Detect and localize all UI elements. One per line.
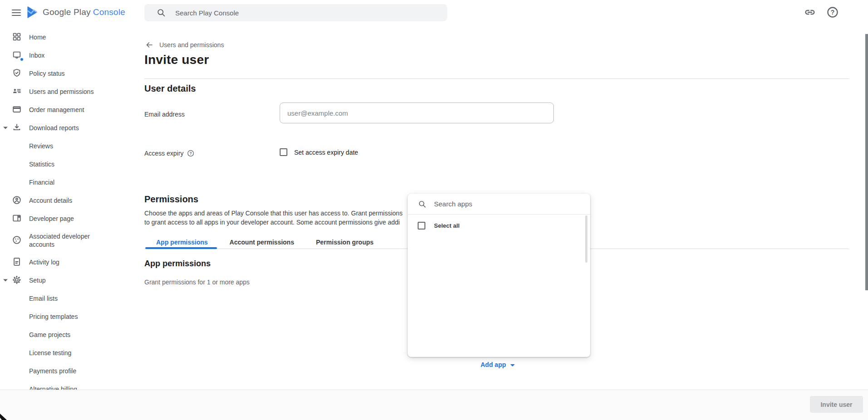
sidebar-item-label: Game projects (29, 331, 70, 339)
set-expiry-checkbox[interactable] (280, 148, 287, 156)
back-arrow-icon[interactable] (145, 41, 153, 49)
sidebar-item-label: Order management (29, 106, 84, 114)
user-details-heading: User details (144, 83, 196, 94)
sidebar-item-label: Setup (29, 276, 46, 284)
sidebar-item-payments-profile[interactable]: Payments profile (0, 362, 144, 380)
logo-brand-text: Google Play (43, 7, 91, 17)
sidebar-item-label: Inbox (29, 51, 44, 59)
sidebar-item-label: Account details (29, 196, 72, 205)
sidebar-item-label: Download reports (29, 124, 79, 132)
sidebar-item-policy-status[interactable]: Policy status (0, 64, 144, 83)
menu-icon[interactable] (11, 7, 22, 18)
circle-dots-icon (12, 235, 23, 246)
sidebar-item-label: Policy status (29, 69, 65, 78)
window-icon (12, 213, 23, 224)
app-picker-search-row[interactable] (408, 194, 590, 215)
sidebar-item-label: Financial (29, 178, 54, 186)
shield-check-icon (12, 68, 23, 79)
sidebar-item-label: Developer page (29, 215, 74, 223)
breadcrumb-label[interactable]: Users and permissions (159, 41, 224, 49)
sidebar-item-home[interactable]: Home (0, 28, 144, 46)
permissions-heading: Permissions (144, 194, 198, 205)
logo-suffix-text: Console (93, 7, 125, 17)
breadcrumb[interactable]: Users and permissions (145, 41, 224, 49)
chevron-down-icon (510, 364, 515, 366)
section-divider (144, 78, 849, 79)
permissions-description-line1: Choose the apps and areas of Play Consol… (144, 209, 403, 218)
play-console-logo[interactable]: Google Play Console (26, 5, 125, 19)
sidebar-item-users-and-permissions[interactable]: Users and permissions (0, 83, 144, 101)
sidebar-item-developer-page[interactable]: Developer page (0, 210, 144, 228)
global-search-bar[interactable] (144, 4, 447, 21)
email-field[interactable] (280, 103, 554, 123)
sidebar-item-label: Activity log (29, 258, 59, 266)
footer-action-bar: Invite user (0, 390, 868, 420)
sidebar-item-game-projects[interactable]: Game projects (0, 326, 144, 344)
sidebar-item-inbox[interactable]: Inbox (0, 46, 144, 64)
app-search-input[interactable] (434, 200, 566, 208)
sidebar-nav: Home Inbox Policy status Users and permi… (0, 28, 144, 398)
inbox-notification-dot (20, 58, 24, 61)
active-tab-indicator (145, 247, 217, 249)
credit-card-icon (12, 104, 23, 115)
logo-text: Google Play Console (43, 7, 125, 17)
permissions-description: Choose the apps and areas of Play Consol… (144, 209, 403, 227)
chevron-down-icon[interactable] (3, 127, 8, 129)
sidebar-item-label: Associated developer accounts (29, 232, 115, 249)
access-expiry-label-row: Access expiry ? (144, 150, 194, 157)
search-icon (156, 8, 166, 18)
set-expiry-label: Set access expiry date (294, 149, 358, 156)
sidebar-item-email-lists[interactable]: Email lists (0, 289, 144, 308)
sidebar-item-account-details[interactable]: Account details (0, 191, 144, 210)
sidebar-item-reviews[interactable]: Reviews (0, 137, 144, 155)
dropdown-scrollbar[interactable] (585, 215, 587, 263)
gear-icon (12, 275, 23, 286)
access-expiry-help-icon[interactable]: ? (187, 150, 194, 157)
top-app-bar: Google Play Console ? (0, 0, 868, 25)
sidebar-item-order-management[interactable]: Order management (0, 101, 144, 119)
inbox-icon (12, 50, 23, 61)
download-icon (12, 122, 23, 133)
document-icon (12, 257, 23, 268)
svg-text:?: ? (190, 151, 192, 156)
sidebar-item-label: Email lists (29, 294, 58, 303)
sidebar-item-label: Statistics (29, 160, 54, 168)
app-permissions-section-heading: App permissions (144, 259, 211, 269)
sidebar-item-license-testing[interactable]: License testing (0, 344, 144, 362)
users-icon (12, 86, 23, 97)
help-icon[interactable]: ? (826, 6, 839, 19)
select-all-label: Select all (434, 222, 459, 229)
page-title: Invite user (144, 53, 209, 67)
grid-icon (12, 32, 23, 43)
sidebar-item-label: Users and permissions (29, 88, 94, 96)
sidebar-item-label: Pricing templates (29, 313, 78, 321)
search-icon (418, 200, 427, 209)
add-app-button[interactable]: Add app (461, 361, 534, 368)
app-permissions-subtext: Grant permissions for 1 or more apps (144, 278, 250, 286)
sidebar-item-pricing-templates[interactable]: Pricing templates (0, 308, 144, 326)
access-expiry-label: Access expiry (144, 150, 183, 157)
svg-text:?: ? (831, 9, 835, 16)
app-picker-dropdown: Select all (408, 194, 590, 357)
page-scrollbar[interactable] (865, 34, 868, 290)
sidebar-item-financial[interactable]: Financial (0, 173, 144, 191)
chevron-down-icon[interactable] (3, 279, 8, 282)
set-expiry-row: Set access expiry date (280, 148, 358, 156)
person-circle-icon (12, 195, 23, 206)
sidebar-item-label: Reviews (29, 142, 53, 150)
email-address-label: Email address (144, 111, 185, 118)
invite-user-button[interactable]: Invite user (810, 396, 863, 413)
link-icon[interactable] (804, 6, 816, 19)
sidebar-item-associated-developer-accounts[interactable]: Associated developer accounts (0, 228, 144, 253)
sidebar-item-label: Home (29, 33, 46, 41)
add-app-label: Add app (481, 361, 506, 368)
sidebar-item-download-reports[interactable]: Download reports (0, 119, 144, 137)
select-all-checkbox[interactable] (418, 222, 425, 230)
permissions-description-line2: to grant access to all apps in your deve… (144, 218, 403, 227)
select-all-row[interactable]: Select all (408, 215, 590, 230)
sidebar-item-statistics[interactable]: Statistics (0, 155, 144, 173)
sidebar-item-setup[interactable]: Setup (0, 271, 144, 289)
sidebar-item-activity-log[interactable]: Activity log (0, 253, 144, 271)
play-triangle-icon (26, 5, 39, 19)
search-input[interactable] (175, 9, 420, 17)
